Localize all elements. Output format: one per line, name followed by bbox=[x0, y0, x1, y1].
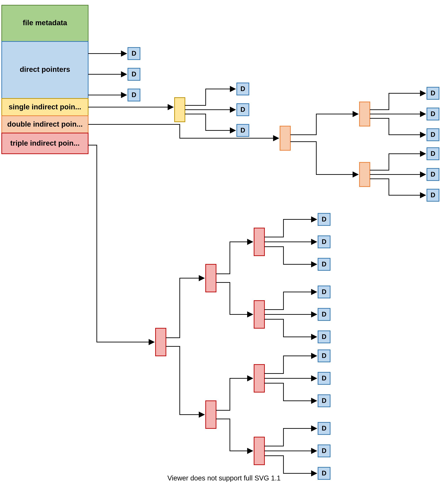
triple-data-0-1-0-label: D bbox=[322, 288, 326, 296]
footer-message: Viewer does not support full SVG 1.1 bbox=[167, 474, 281, 482]
arrow-double-l1-l2-1 bbox=[290, 142, 358, 174]
triple-l3-block-1-1 bbox=[254, 437, 264, 465]
arrow-double-data-1-2 bbox=[370, 179, 426, 195]
single-data-1-label: D bbox=[240, 106, 245, 113]
arrow-double-data-0-0 bbox=[370, 93, 426, 110]
arrow-triple-to-l1 bbox=[88, 145, 154, 342]
double-data-0-2-label: D bbox=[431, 131, 435, 138]
double-data-1-1-label: D bbox=[431, 171, 435, 178]
direct-data-1-label: D bbox=[131, 70, 136, 78]
direct-data-2-label: D bbox=[131, 91, 136, 98]
inode-diagram: file metadatadirect pointerssingle indir… bbox=[0, 0, 448, 501]
double-data-1-0-label: D bbox=[431, 150, 435, 157]
triple-data-0-0-1-label: D bbox=[322, 238, 326, 245]
arrow-triple-data-0-0-0 bbox=[264, 219, 317, 237]
double-data-1-2-label: D bbox=[431, 191, 435, 199]
double-data-0-0-label: D bbox=[431, 90, 435, 97]
triple-data-1-1-1-label: D bbox=[322, 447, 326, 454]
arrow-triple-l1-l2-1 bbox=[166, 346, 204, 415]
arrow-triple-l2-l3-0-1 bbox=[216, 282, 253, 314]
arrow-double-l1-l2-0 bbox=[290, 114, 358, 135]
arrow-triple-l2-l3-0-0 bbox=[216, 242, 253, 274]
inode-metadata-label: file metadata bbox=[23, 19, 67, 27]
triple-data-0-0-0-label: D bbox=[322, 216, 326, 223]
double-data-0-1-label: D bbox=[431, 110, 435, 117]
triple-data-0-0-2-label: D bbox=[322, 261, 326, 268]
arrow-triple-data-0-0-2 bbox=[264, 247, 317, 264]
arrow-double-data-0-2 bbox=[370, 118, 426, 135]
triple-l2-block-1 bbox=[206, 401, 216, 428]
inode-direct-label: direct pointers bbox=[20, 65, 70, 73]
arrow-triple-l2-l3-1-0 bbox=[216, 378, 253, 410]
arrow-double-to-l1 bbox=[88, 124, 279, 138]
direct-data-0-label: D bbox=[131, 50, 136, 57]
triple-l3-block-0-0 bbox=[254, 228, 264, 256]
arrow-triple-data-1-0-2 bbox=[264, 383, 317, 401]
single-indirect-block bbox=[175, 98, 185, 122]
triple-l3-block-0-1 bbox=[254, 301, 264, 328]
triple-data-1-0-1-label: D bbox=[322, 375, 326, 382]
arrow-triple-data-1-1-2 bbox=[264, 456, 317, 473]
arrow-triple-l2-l3-1-1 bbox=[216, 419, 253, 451]
double-l1-block bbox=[280, 126, 290, 150]
triple-l1-block bbox=[156, 328, 166, 356]
arrow-triple-data-1-0-0 bbox=[264, 356, 317, 374]
triple-data-0-1-2-label: D bbox=[322, 333, 326, 340]
single-data-2-label: D bbox=[240, 127, 245, 134]
inode-double-label: double indirect poin... bbox=[7, 120, 83, 128]
double-l2-block-0 bbox=[359, 102, 370, 126]
triple-data-0-1-1-label: D bbox=[322, 311, 326, 318]
arrow-triple-data-1-1-0 bbox=[264, 428, 317, 446]
arrow-triple-data-0-1-2 bbox=[264, 319, 317, 337]
inode-triple-label: triple indirect poin... bbox=[10, 139, 80, 147]
triple-data-1-0-0-label: D bbox=[322, 352, 326, 359]
triple-data-1-0-2-label: D bbox=[322, 397, 326, 404]
arrow-double-data-1-0 bbox=[370, 154, 426, 170]
single-data-0-label: D bbox=[240, 85, 245, 93]
inode-single-label: single indirect poin... bbox=[9, 103, 81, 111]
arrow-triple-l1-l2-0 bbox=[166, 278, 204, 338]
triple-l2-block-0 bbox=[206, 264, 216, 292]
arrow-single-data-2 bbox=[185, 114, 235, 130]
arrow-triple-data-0-1-0 bbox=[264, 292, 317, 310]
double-l2-block-1 bbox=[359, 162, 370, 187]
triple-data-1-1-0-label: D bbox=[322, 425, 326, 432]
triple-data-1-1-2-label: D bbox=[322, 470, 326, 477]
triple-l3-block-1-0 bbox=[254, 364, 264, 392]
arrow-single-data-0 bbox=[185, 89, 235, 105]
